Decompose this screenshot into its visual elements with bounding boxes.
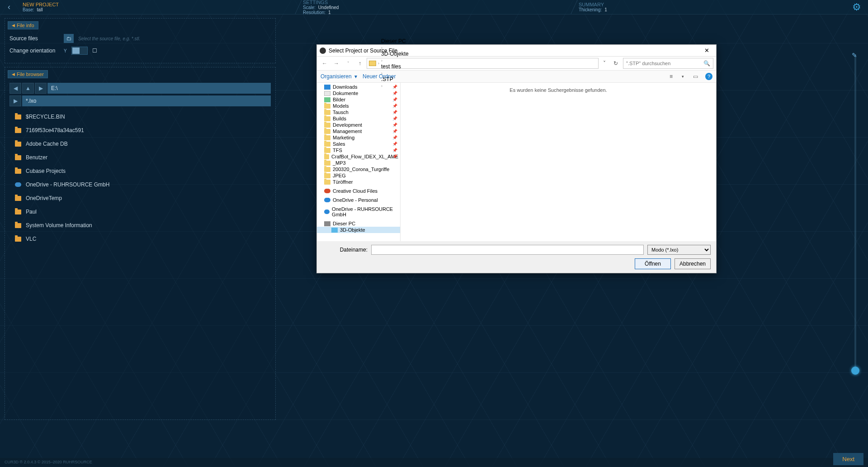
tree-item[interactable]: Sales📌 [317, 141, 400, 147]
list-item[interactable]: 7169f53ce478a34ac591 [9, 124, 271, 137]
orientation-toggle[interactable] [71, 47, 88, 55]
tree-item[interactable]: Models📌 [317, 103, 400, 109]
search-icon[interactable]: 🔍 [703, 60, 710, 67]
nav-up-button[interactable]: ▲ [22, 83, 34, 94]
nav-up-icon[interactable]: ↑ [355, 60, 365, 67]
filename-input[interactable] [371, 245, 644, 255]
pin-icon: 📌 [392, 129, 397, 133]
tree-item-label: TFS [333, 148, 342, 153]
tree-item-label: Dokumente [333, 91, 358, 96]
list-item[interactable]: Adobe Cache DB [9, 137, 271, 151]
tree-item[interactable]: TFS📌 [317, 147, 400, 153]
cloud-icon [324, 210, 330, 214]
file-browser-toggle[interactable]: ◀ File browser [8, 70, 48, 78]
right-slider-track[interactable]: ✎ [854, 54, 856, 371]
filetype-select[interactable]: Modo (*.lxo) [647, 245, 711, 255]
tree-item[interactable]: OneDrive - RUHRSOURCE GmbH [317, 206, 400, 218]
folder-icon [15, 223, 21, 228]
file-list: $RECYCLE.BIN7169f53ce478a34ac591Adobe Ca… [9, 110, 271, 246]
list-item[interactable]: Paul [9, 205, 271, 219]
orientation-checkbox-icon[interactable]: ☐ [92, 48, 97, 54]
view-mode-icon[interactable]: ≡ [668, 72, 675, 81]
tree-item[interactable]: Marketing📌 [317, 134, 400, 141]
file-browser-header: File browser [17, 71, 44, 77]
thickening-label: Thickening: [579, 7, 602, 12]
list-item[interactable]: System Volume Information [9, 219, 271, 232]
filter-prefix-button[interactable]: ▶ [9, 95, 21, 106]
tree-item[interactable]: Creative Cloud Files [317, 188, 400, 194]
list-item-label: $RECYCLE.BIN [26, 114, 65, 120]
folder-icon [324, 135, 330, 140]
tree-item-label: Marketing [333, 135, 354, 140]
list-item-label: Adobe Cache DB [26, 141, 68, 147]
tree-item[interactable]: Dieser PC [317, 220, 400, 227]
tree-item[interactable]: Türöffner [317, 179, 400, 185]
file-info-toggle[interactable]: ◀ File info [8, 21, 38, 29]
list-item[interactable]: VLC [9, 232, 271, 246]
tree-item[interactable]: CrafBot_Flow_IDEX_XL_AME📌 [317, 153, 400, 160]
folder-icon [15, 210, 21, 214]
browse-source-button[interactable]: 🗀 [64, 34, 74, 43]
source-hint: Select the source file, e.g. *.stl. [78, 36, 140, 41]
tree-item[interactable]: Bilder📌 [317, 96, 400, 103]
breadcrumb[interactable]: › Dieser PC › 3D-Objekte › test files › … [367, 58, 599, 69]
next-button[interactable]: Next [833, 453, 863, 465]
folder-icon [324, 104, 330, 109]
list-item[interactable]: Benutzer [9, 151, 271, 164]
chevron-right-icon: › [378, 61, 379, 66]
cancel-button[interactable]: Abbrechen [675, 258, 711, 269]
nav-back-button[interactable]: ◀ [9, 83, 21, 94]
resolution-value: 1 [328, 10, 331, 15]
slider-handle[interactable] [851, 367, 859, 375]
gear-icon[interactable]: ⚙ [845, 0, 868, 14]
file-browser-panel: ◀ File browser ◀ ▲ ▶ ▶ $RECYCLE.BIN7169f… [5, 67, 276, 420]
open-button[interactable]: Öffnen [635, 258, 671, 269]
tree-item[interactable]: 200320_Corona_Turgriffe [317, 166, 400, 172]
breadcrumb-dropdown-icon[interactable]: ˅ [600, 60, 609, 67]
dialog-titlebar[interactable]: Select Project or Source File ✕ [317, 45, 716, 57]
file-info-panel: ◀ File info Source files 🗀 Select the so… [5, 18, 276, 63]
list-item[interactable]: OneDriveTemp [9, 191, 271, 205]
tree-item[interactable]: Development📌 [317, 122, 400, 128]
folder-tree[interactable]: Downloads📌Dokumente📌Bilder📌Models📌Tausch… [317, 83, 401, 241]
refresh-icon[interactable]: ↻ [610, 60, 621, 67]
filter-input[interactable] [22, 95, 271, 106]
list-item-label: Paul [26, 209, 37, 215]
list-item[interactable]: OneDrive - RUHRSOURCE GmbH [9, 178, 271, 191]
breadcrumb-item[interactable]: Dieser PC [381, 38, 409, 44]
nav-back-icon[interactable]: ← [320, 60, 330, 67]
top-bar: ‹ NEW PROJECT Base: tall SETTINGS Scale:… [0, 0, 868, 14]
nav-forward-icon[interactable]: → [331, 60, 341, 67]
tree-item[interactable]: Management📌 [317, 128, 400, 134]
close-icon[interactable]: ✕ [700, 47, 713, 54]
tree-item[interactable]: Dokumente📌 [317, 90, 400, 96]
path-input[interactable] [47, 83, 271, 94]
help-icon[interactable]: ? [705, 73, 712, 80]
search-box[interactable]: 🔍 [623, 58, 713, 69]
obj3d-icon [331, 228, 338, 233]
back-arrow-icon[interactable]: ‹ [0, 0, 18, 14]
nav-history-dropdown-icon[interactable]: ˅ [343, 61, 353, 66]
preview-pane-icon[interactable]: ▭ [691, 72, 700, 81]
breadcrumb-item[interactable]: 3D-Objekte [381, 51, 409, 57]
tree-item[interactable]: _MP3 [317, 160, 400, 166]
organize-button[interactable]: Organisieren ▾ [321, 73, 357, 80]
list-item[interactable]: Cubase Projects [9, 164, 271, 178]
tree-item-label: Dieser PC [333, 221, 355, 226]
view-dropdown-icon[interactable]: ▾ [680, 73, 686, 80]
chevron-left-icon: ◀ [12, 72, 15, 76]
brush-icon[interactable]: ✎ [852, 52, 859, 59]
tree-item[interactable]: Builds📌 [317, 115, 400, 122]
new-folder-button[interactable]: Neuer Ordner [363, 73, 396, 80]
tree-item[interactable]: OneDrive - Personal [317, 197, 400, 203]
breadcrumb-item[interactable]: test files [381, 63, 409, 70]
search-input[interactable] [626, 61, 703, 66]
tree-item[interactable]: Downloads📌 [317, 84, 400, 90]
tree-item[interactable]: Tausch📌 [317, 109, 400, 115]
tree-item[interactable]: 3D-Objekte [317, 227, 400, 233]
nav-forward-button[interactable]: ▶ [35, 83, 47, 94]
list-item[interactable]: $RECYCLE.BIN [9, 110, 271, 124]
thickening-value: 1 [604, 7, 607, 12]
tree-item[interactable]: JPEG [317, 172, 400, 179]
tree-item-label: Builds [333, 116, 346, 121]
